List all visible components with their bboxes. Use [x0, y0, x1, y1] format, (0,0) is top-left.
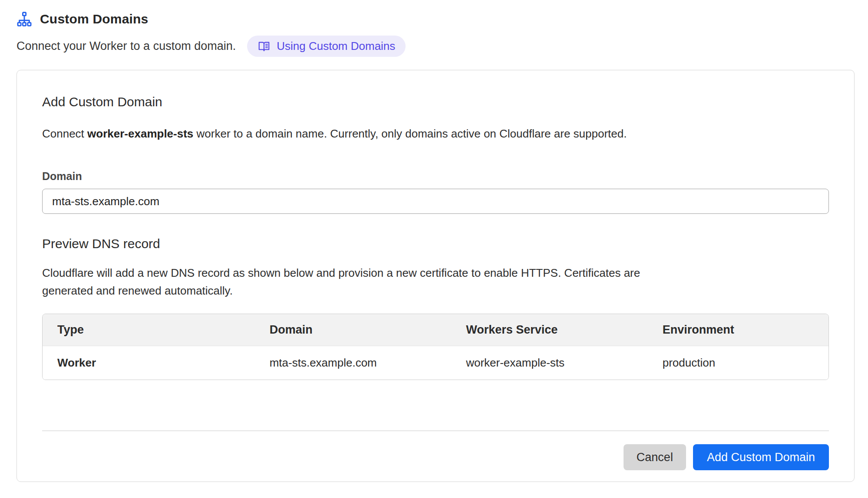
page-subheader: Connect your Worker to a custom domain. …	[17, 36, 851, 57]
card-heading: Add Custom Domain	[42, 95, 829, 109]
cancel-button[interactable]: Cancel	[624, 444, 686, 470]
cell-type: Worker	[43, 346, 255, 380]
preview-description: Cloudflare will add a new DNS record as …	[42, 264, 829, 300]
add-custom-domain-card: Add Custom Domain Connect worker-example…	[17, 70, 855, 482]
page-subtitle: Connect your Worker to a custom domain.	[17, 39, 236, 53]
card-description: Connect worker-example-sts worker to a d…	[42, 125, 829, 142]
open-book-icon	[257, 40, 271, 53]
cell-workers-service: worker-example-sts	[451, 346, 648, 380]
column-header-environment: Environment	[648, 314, 828, 346]
table-header-row: Type Domain Workers Service Environment	[43, 314, 828, 346]
preview-description-line1: Cloudflare will add a new DNS record as …	[42, 264, 829, 282]
cell-domain: mta-sts.example.com	[255, 346, 452, 380]
worker-name: worker-example-sts	[87, 127, 193, 140]
docs-link[interactable]: Using Custom Domains	[247, 36, 406, 57]
page-header: Custom Domains	[17, 11, 851, 27]
column-header-type: Type	[43, 314, 255, 346]
sitemap-icon	[17, 11, 32, 27]
column-header-workers-service: Workers Service	[451, 314, 648, 346]
preview-heading: Preview DNS record	[42, 236, 829, 251]
custom-domains-page: Custom Domains Connect your Worker to a …	[0, 0, 868, 482]
table-row: Worker mta-sts.example.com worker-exampl…	[43, 346, 828, 380]
preview-description-line2: generated and renewed automatically.	[42, 282, 829, 300]
footer-divider	[42, 430, 829, 431]
cell-environment: production	[648, 346, 828, 380]
card-actions: Cancel Add Custom Domain	[42, 444, 829, 470]
description-prefix: Connect	[42, 127, 87, 140]
description-suffix: worker to a domain name. Currently, only…	[193, 127, 627, 140]
domain-input[interactable]	[42, 189, 829, 214]
domain-label: Domain	[42, 170, 829, 183]
page-title: Custom Domains	[40, 12, 149, 26]
column-header-domain: Domain	[255, 314, 452, 346]
docs-link-label: Using Custom Domains	[277, 39, 395, 53]
add-custom-domain-button[interactable]: Add Custom Domain	[693, 444, 829, 470]
dns-preview-table: Type Domain Workers Service Environment …	[42, 314, 829, 380]
